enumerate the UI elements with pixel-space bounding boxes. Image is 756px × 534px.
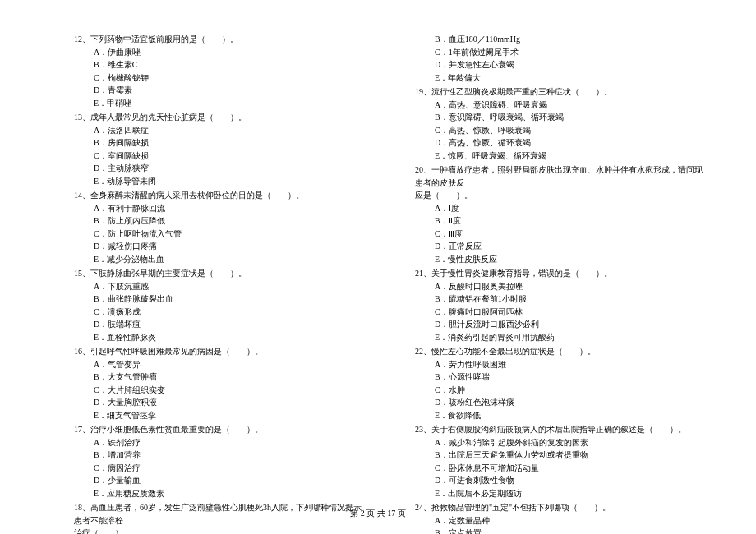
option-a: A．下肢沉重感 — [94, 280, 366, 293]
options-list: A．减少和消除引起腹外斜疝的复发的因素 B．出院后三天避免重体力劳动或者提重物 … — [415, 436, 707, 500]
question-19: 19、流行性乙型脑炎极期最严重的三种症状（ ）。 A．高热、意识障碍、呼吸衰竭 … — [415, 85, 707, 162]
option-d: D．少量输血 — [94, 474, 366, 487]
option-c: C．水肿 — [435, 384, 707, 397]
question-12: 12、下列药物中适宜饭前服用的是（ ）。 A．伊曲康唑 B．维生素C C．枸橼酸… — [74, 33, 366, 109]
options-list: A．铁剂治疗 B．增加营养 C．病因治疗 D．少量输血 E．应用糖皮质激素 — [74, 436, 366, 500]
option-b: B．防止颅内压降低 — [94, 214, 366, 228]
option-a: A．气管变异 — [94, 358, 366, 371]
question-20: 20、一肿瘤放疗患者，照射野局部皮肤出现充血、水肿并伴有水疱形成，请问现患者的皮… — [415, 163, 707, 265]
options-list: A．伊曲康唑 B．维生素C C．枸橼酸铋钾 D．青霉素 E．甲硝唑 — [74, 46, 366, 110]
question-23: 23、关于右侧腹股沟斜疝嵌顿病人的术后出院指导正确的叙述是（ ）。 A．减少和消… — [415, 423, 707, 499]
question-stem: 22、慢性左心功能不全最出现的症状是（ ）。 — [415, 345, 707, 358]
option-a: A．有利于静脉回流 — [94, 202, 366, 215]
option-a: A．减少和消除引起腹外斜疝的复发的因素 — [435, 436, 707, 449]
left-column: 12、下列药物中适宜饭前服用的是（ ）。 A．伊曲康唑 B．维生素C C．枸橼酸… — [74, 33, 366, 534]
question-21: 21、关于慢性胃炎健康教育指导，错误的是（ ）。 A．反酸时口服奥美拉唑 B．硫… — [415, 267, 707, 343]
option-d: D．并发急性左心衰竭 — [435, 58, 707, 71]
option-c: C．高热、惊厥、呼吸衰竭 — [435, 124, 707, 137]
question-stem: 19、流行性乙型脑炎极期最严重的三种症状（ ）。 — [415, 85, 707, 99]
option-b: B．维生素C — [94, 58, 366, 71]
option-e: E．血栓性静脉炎 — [94, 331, 366, 344]
option-a: A．法洛四联症 — [94, 124, 366, 137]
option-b: B．房间隔缺损 — [94, 136, 366, 150]
option-d: D．大量胸腔积液 — [94, 396, 366, 409]
option-e: E．慢性皮肤反应 — [435, 253, 707, 266]
option-c: C．室间隔缺损 — [94, 150, 366, 163]
question-18-continued: B．血压180／110mmHg C．1年前做过阑尾手术 D．并发急性左心衰竭 E… — [415, 33, 707, 84]
option-a: A．伊曲康唑 — [94, 46, 366, 59]
options-list: B．血压180／110mmHg C．1年前做过阑尾手术 D．并发急性左心衰竭 E… — [415, 33, 707, 84]
option-d: D．咳粉红色泡沫样痰 — [435, 396, 707, 409]
options-list: A．下肢沉重感 B．曲张静脉破裂出血 C．溃疡形成 D．肢端坏疽 E．血栓性静脉… — [74, 280, 366, 344]
option-c: C．Ⅲ度 — [435, 228, 707, 241]
option-e: E．减少分泌物出血 — [94, 253, 366, 266]
options-list: A．劳力性呼吸困难 B．心源性哮喘 C．水肿 D．咳粉红色泡沫样痰 E．食欲降低 — [415, 358, 707, 422]
page-footer: 第 2 页 共 17 页 — [0, 508, 756, 519]
question-stem: 15、下肢静脉曲张早期的主要症状是（ ）。 — [74, 267, 366, 280]
option-d: D．减轻伤口疼痛 — [94, 240, 366, 253]
question-16: 16、引起呼气性呼吸困难最常见的病因是（ ）。 A．气管变异 B．大支气管肿瘤 … — [74, 345, 366, 421]
option-e: E．食欲降低 — [435, 409, 707, 422]
option-e: E．应用糖皮质激素 — [94, 487, 366, 500]
option-e: E．细支气管痉挛 — [94, 409, 366, 422]
option-d: D．主动脉狭窄 — [94, 162, 366, 175]
option-a: A．高热、意识障碍、呼吸衰竭 — [435, 99, 707, 112]
options-list: A．法洛四联症 B．房间隔缺损 C．室间隔缺损 D．主动脉狭窄 E．动脉导管未闭 — [74, 124, 366, 188]
option-b: B．出院后三天避免重体力劳动或者提重物 — [435, 449, 707, 462]
option-a: A．Ⅰ度 — [435, 202, 707, 215]
option-b: B．血压180／110mmHg — [435, 33, 707, 46]
option-e: E．惊厥、呼吸衰竭、循环衰竭 — [435, 150, 707, 163]
question-stem-continuation: 治疗（ ）。 — [74, 527, 366, 534]
option-c: C．防止呕吐物流入气管 — [94, 228, 366, 241]
question-stem-continuation: 应是（ ）。 — [415, 189, 707, 202]
option-b: B．定点放置 — [435, 527, 707, 534]
option-b: B．心源性哮喘 — [435, 371, 707, 384]
option-c: C．卧床休息不可增加活动量 — [435, 462, 707, 475]
option-b: B．曲张静脉破裂出血 — [94, 292, 366, 306]
question-stem: 20、一肿瘤放疗患者，照射野局部皮肤出现充血、水肿并伴有水疱形成，请问现患者的皮… — [415, 163, 707, 189]
right-column: B．血压180／110mmHg C．1年前做过阑尾手术 D．并发急性左心衰竭 E… — [415, 33, 707, 534]
question-22: 22、慢性左心功能不全最出现的症状是（ ）。 A．劳力性呼吸困难 B．心源性哮喘… — [415, 345, 707, 421]
option-e: E．年龄偏大 — [435, 71, 707, 85]
question-stem: 12、下列药物中适宜饭前服用的是（ ）。 — [74, 33, 366, 46]
options-list: A．Ⅰ度 B．Ⅱ度 C．Ⅲ度 D．正常反应 E．慢性皮肤反应 — [415, 202, 707, 266]
options-list: A．高热、意识障碍、呼吸衰竭 B．意识障碍、呼吸衰竭、循环衰竭 C．高热、惊厥、… — [415, 99, 707, 163]
option-b: B．Ⅱ度 — [435, 214, 707, 228]
option-d: D．高热、惊厥、循环衰竭 — [435, 136, 707, 150]
option-b: B．大支气管肿瘤 — [94, 371, 366, 384]
option-c: C．大片肺组织实变 — [94, 384, 366, 397]
question-stem: 17、治疗小细胞低色素性贫血最重要的是（ ）。 — [74, 423, 366, 436]
question-15: 15、下肢静脉曲张早期的主要症状是（ ）。 A．下肢沉重感 B．曲张静脉破裂出血… — [74, 267, 366, 343]
question-14: 14、全身麻醉未清醒的病人采用去枕仰卧位的目的是（ ）。 A．有利于静脉回流 B… — [74, 189, 366, 265]
option-d: D．青霉素 — [94, 84, 366, 97]
option-c: C．1年前做过阑尾手术 — [435, 46, 707, 59]
options-list: A．有利于静脉回流 B．防止颅内压降低 C．防止呕吐物流入气管 D．减轻伤口疼痛… — [74, 202, 366, 266]
option-b: B．硫糖铝在餐前1小时服 — [435, 292, 707, 306]
option-b: B．意识障碍、呼吸衰竭、循环衰竭 — [435, 111, 707, 124]
options-list: A．气管变异 B．大支气管肿瘤 C．大片肺组织实变 D．大量胸腔积液 E．细支气… — [74, 358, 366, 422]
option-c: C．溃疡形成 — [94, 306, 366, 319]
option-a: A．劳力性呼吸困难 — [435, 358, 707, 371]
option-e: E．甲硝唑 — [94, 97, 366, 110]
option-d: D．正常反应 — [435, 240, 707, 253]
option-e: E．消炎药引起的胃炎可用抗酸药 — [435, 331, 707, 344]
option-d: D．胆汁反流时口服西沙必利 — [435, 318, 707, 331]
option-a: A．铁剂治疗 — [94, 436, 366, 449]
option-c: C．病因治疗 — [94, 462, 366, 475]
option-c: C．枸橼酸铋钾 — [94, 71, 366, 85]
options-list: A．反酸时口服奥美拉唑 B．硫糖铝在餐前1小时服 C．腹痛时口服阿司匹林 D．胆… — [415, 280, 707, 344]
question-stem: 23、关于右侧腹股沟斜疝嵌顿病人的术后出院指导正确的叙述是（ ）。 — [415, 423, 707, 436]
exam-page: 12、下列药物中适宜饭前服用的是（ ）。 A．伊曲康唑 B．维生素C C．枸橼酸… — [0, 0, 756, 534]
option-e: E．动脉导管未闭 — [94, 175, 366, 188]
question-stem: 13、成年人最常见的先天性心脏病是（ ）。 — [74, 111, 366, 124]
option-d: D．可进食刺激性食物 — [435, 474, 707, 487]
question-stem: 21、关于慢性胃炎健康教育指导，错误的是（ ）。 — [415, 267, 707, 280]
option-e: E．出院后不必定期随访 — [435, 487, 707, 500]
question-stem: 14、全身麻醉未清醒的病人采用去枕仰卧位的目的是（ ）。 — [74, 189, 366, 202]
question-17: 17、治疗小细胞低色素性贫血最重要的是（ ）。 A．铁剂治疗 B．增加营养 C．… — [74, 423, 366, 499]
question-13: 13、成年人最常见的先天性心脏病是（ ）。 A．法洛四联症 B．房间隔缺损 C．… — [74, 111, 366, 187]
option-c: C．腹痛时口服阿司匹林 — [435, 306, 707, 319]
option-d: D．肢端坏疽 — [94, 318, 366, 331]
option-a: A．反酸时口服奥美拉唑 — [435, 280, 707, 293]
question-stem: 16、引起呼气性呼吸困难最常见的病因是（ ）。 — [74, 345, 366, 358]
